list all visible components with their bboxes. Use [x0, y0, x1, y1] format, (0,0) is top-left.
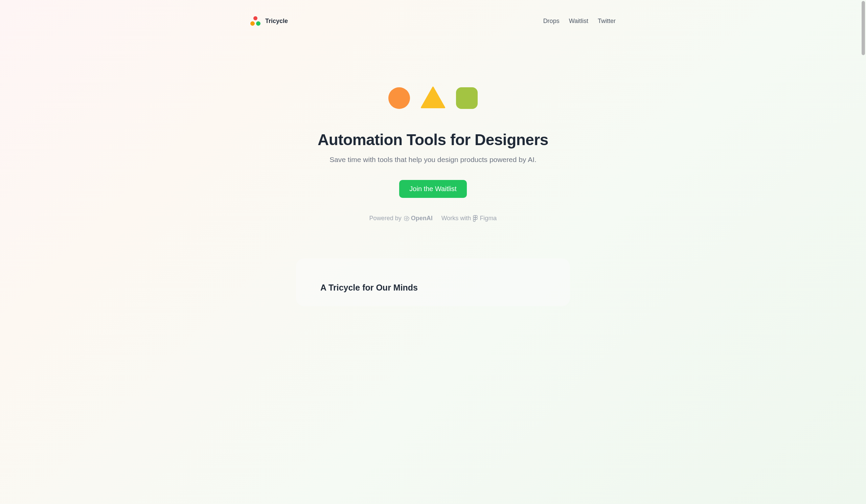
brand-logo-group[interactable]: Tricycle	[250, 16, 288, 26]
shape-circle-icon	[388, 87, 410, 109]
svg-point-0	[406, 217, 407, 219]
openai-knot-icon	[403, 215, 410, 222]
nav-link-twitter[interactable]: Twitter	[598, 18, 616, 25]
nav-link-drops[interactable]: Drops	[543, 18, 559, 25]
scrollbar-track[interactable]	[861, 0, 866, 504]
site-header: Tricycle Drops Waitlist Twitter	[230, 0, 636, 26]
logo-dot-yellow	[250, 21, 255, 26]
join-waitlist-button[interactable]: Join the Waitlist	[399, 180, 466, 198]
powered-by-group: Powered by OpenAI	[369, 215, 433, 222]
hero-section: Automation Tools for Designers Save time…	[281, 26, 585, 222]
mission-card: A Tricycle for Our Minds	[296, 258, 570, 306]
figma-logo: Figma	[473, 215, 497, 222]
shape-square-icon	[456, 87, 478, 109]
hero-shapes-row	[281, 87, 585, 110]
shape-triangle-icon	[421, 87, 445, 110]
primary-nav: Drops Waitlist Twitter	[543, 18, 616, 25]
mission-title: A Tricycle for Our Minds	[320, 283, 546, 293]
powered-by-label: Powered by	[369, 215, 401, 222]
brand-logo-icon	[250, 16, 260, 26]
hero-subtitle: Save time with tools that help you desig…	[281, 156, 585, 164]
hero-title: Automation Tools for Designers	[281, 131, 585, 149]
svg-point-1	[475, 217, 477, 220]
figma-mark-icon	[473, 215, 478, 222]
openai-name: OpenAI	[411, 215, 433, 222]
figma-name: Figma	[480, 215, 497, 222]
openai-logo: OpenAI	[403, 215, 433, 222]
works-with-group: Works with Figma	[442, 215, 497, 222]
works-with-label: Works with	[442, 215, 471, 222]
scrollbar-thumb[interactable]	[862, 1, 865, 55]
logo-dot-red	[253, 16, 257, 20]
nav-link-waitlist[interactable]: Waitlist	[569, 18, 588, 25]
logo-dot-green	[256, 21, 260, 26]
brand-name: Tricycle	[265, 18, 288, 25]
partners-row: Powered by OpenAI Works with	[281, 215, 585, 222]
